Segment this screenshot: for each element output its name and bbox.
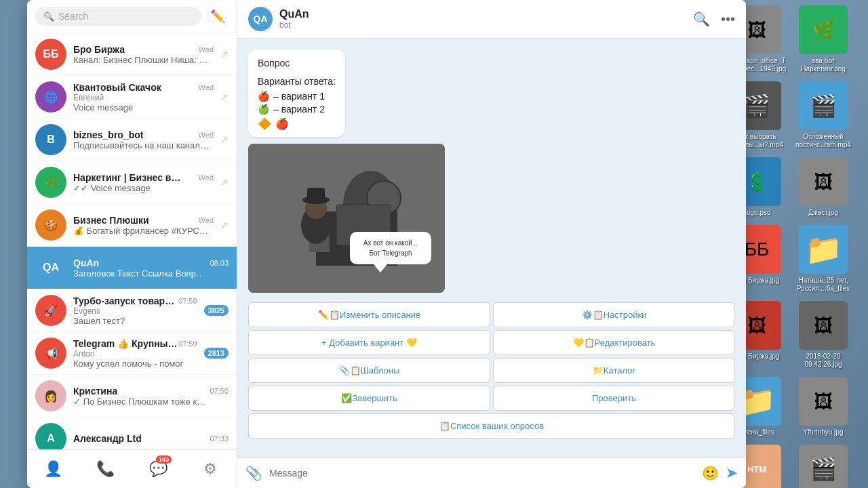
image-preview: 🖼 [799,157,848,206]
telegram-window: 🔍 Search ✏️ ББ Бро Биржа Wed Канал: Бизн… [27,0,746,488]
chat-item-alexandr[interactable]: А Александр Ltd 07:33 [27,418,237,449]
avatar-bro_birzha: ББ [35,39,66,70]
svg-rect-9 [307,188,325,201]
icon-img: 🖼 [799,157,848,206]
chat-preview-biznes_bot: Подписывайтесь на наш канал @secretship,… [73,140,209,150]
redirect-icon-kvant: ↗ [220,92,229,102]
vote-option-2: 🍏 – вариант 2 [258,104,336,115]
desktop-icon-______jpg[interactable]: 🖼 Джаст.jpg [793,157,854,217]
settings-nav[interactable]: ⚙ [197,455,224,483]
avatar-kristina: 👩 [35,380,66,411]
file-icon: HTM [745,462,769,477]
chat-time-quan: 08:03 [210,259,229,267]
chat-item-bro_birzha[interactable]: ББ Бро Биржа Wed Канал: Бизнес Плюшки Ни… [27,33,237,76]
chat-time-turbo: 07:59 [178,297,197,305]
chat-info-kristina: Кристина 07:50 ✓ По Бизнес Плюшкам тоже … [73,386,229,407]
desktop-icon-__________________png[interactable]: 🌿 ава бот Наркетинг.png [793,5,854,73]
icon-label: 2018-02-20 09.42.26.jpg [793,352,854,369]
chat-time-marketing: Wed [199,174,214,182]
chat-item-kristina[interactable]: 👩 Кристина 07:50 ✓ По Бизнес Плюшкам тож… [27,375,237,418]
btn-add-variant[interactable]: + Добавить вариант 💛 [248,330,490,355]
send-button[interactable]: ➤ [726,464,738,482]
checkmarks-kristina: ✓ [73,396,83,407]
chat-preview-turbo: Зашел тест? [73,316,197,326]
chat-badge-telegram_krupny: 2813 [204,348,229,359]
icon-label: Отложенный постинг...ram.mp4 [793,133,854,149]
vote-option-1: 🍎 – вариант 1 [258,91,336,102]
icon-img: 🎬 [799,445,848,488]
chat-item-kvant[interactable]: 🌐 Квантовый Скачок Wed Евгений Voice mes… [27,76,237,119]
avatar-marketing: 🌿 [35,167,66,198]
svg-text:Ах вот он какой ..: Ах вот он какой .. [363,239,418,247]
search-placeholder: Search [58,11,88,22]
chat-name-bro_birzha: Бро Биржа [73,44,125,55]
svg-rect-10 [350,232,431,264]
redirect-icon-bro_birzha: ↗ [220,49,229,60]
emoji-icon[interactable]: 🙂 [702,465,719,481]
question-text: Вопрос [258,56,336,70]
chat-subname-turbo: Evgenii [73,306,197,316]
desktop-icon-________25___________________files[interactable]: 📁 Наташа, 25 лет, Россия,...ба_files [793,225,854,293]
btn-edit-desc[interactable]: ✏️📋Изменить описание [248,302,490,327]
icon-img: 🎬 [799,81,848,130]
icon-img: 🌿 [799,5,848,54]
avatar-biznes_bot: B [35,124,66,155]
search-icon: 🔍 [43,12,54,22]
btn-list[interactable]: 📋Список ваших опросов [248,413,735,439]
btn-check[interactable]: Проверить [493,386,735,411]
chat-item-biznes_plushki[interactable]: 🍪 Бизнес Плюшки Wed 💰 Богатый фрилансер … [27,204,237,247]
checkmarks-marketing: ✓✓ [73,183,91,193]
icon-img: 📁 [799,225,848,274]
icon-label: Наташа, 25 лет, Россия,...ба_files [793,277,854,293]
chat-item-biznes_bot[interactable]: B biznes_bro_bot Wed Подписывайтесь на н… [27,119,237,161]
vote-icons-row: 🔶 🍎 [258,117,336,130]
btn-finish[interactable]: ✅Завершить [248,386,490,411]
chat-header-avatar: QA [248,7,273,31]
chat-item-quan[interactable]: QA QuAn 08:03 Заголовок Текст Ссылка Воп… [27,247,237,289]
chat-item-telegram_krupny[interactable]: 📢 Telegram 👍 Крупный... 07:59 Anton Кому… [27,332,237,375]
poll-image-svg: Ах вот он какой .. Бот Telegraph [248,144,445,293]
chat-header-name: QuAn [279,8,686,20]
chat-item-turbo[interactable]: 🚀 Турбо-запуск товарно... 07:59 Evgenii … [27,289,237,332]
avatar-turbo: 🚀 [35,295,66,326]
chat-list: ББ Бро Биржа Wed Канал: Бизнес Плюшки Ни… [27,33,237,449]
chat-name-alexandr: Александр Ltd [73,433,142,444]
avatar-quan: QA [35,252,66,283]
chat-subname-telegram_krupny: Anton [73,349,197,359]
chat-item-marketing[interactable]: 🌿 Наркетинг | Бизнес в Т... Wed ✓✓ Voice… [27,161,237,204]
desktop-icon-_____________________ram_mp4[interactable]: 🎬 Отложенный постинг...ram.mp4 [793,81,854,149]
desktop-icon-2018_02_20_09_42_26_jpg[interactable]: 🖼 2018-02-20 09.42.26.jpg [793,301,854,369]
chat-badge-turbo: 3825 [204,305,229,316]
chats-nav[interactable]: 💬 163 [144,455,172,483]
attach-icon[interactable]: 📎 [245,465,262,481]
svg-text:Бот Telegraph: Бот Telegraph [369,249,412,257]
redirect-icon-biznes_bot: ↗ [220,134,229,145]
nav-badge-chats-nav: 163 [156,455,172,464]
chat-info-telegram_krupny: Telegram 👍 Крупный... 07:59 Anton Кому у… [73,338,197,369]
chat-preview-bro_birzha: Канал: Бизнес Плюшки Ниша: #Бизнес Темат… [73,55,209,65]
btn-catalog[interactable]: 📁Каталог [493,358,735,383]
chat-info-kvant: Квантовый Скачок Wed Евгений Voice messa… [73,82,214,113]
chat-preview-telegram_krupny: Кому успел помочь - помог [73,359,197,369]
chat-preview-kristina: ✓ По Бизнес Плюшкам тоже кто-то писал, н… [73,396,209,407]
search-box[interactable]: 🔍 Search [35,7,201,26]
avatar-kvant: 🌐 [35,81,66,113]
desktop-icon-_________mp4[interactable]: 🎬 Телеграф.mp4 [793,445,854,488]
compose-button[interactable]: ✏️ [207,5,229,27]
vote-icon-small-1: 🔶 [258,117,271,130]
chat-name-kvant: Квантовый Скачок [73,82,161,93]
redirect-icon-biznes_plushki: ↗ [220,220,229,230]
calls-nav[interactable]: 📞 [92,455,119,483]
messages-area: Вопрос Варианты ответа: 🍎 – вариант 1 🍏 … [237,39,746,458]
chat-header: QA QuAn bot 🔍 ••• [237,0,746,39]
desktop-icon-yfhrtnbyu_jpg[interactable]: 🖼 Yfhrtnbyu.jpg [793,377,854,436]
chat-name-turbo: Турбо-запуск товарно... [73,296,178,306]
chat-name-biznes_bot: biznes_bro_bot [73,129,143,140]
search-chat-icon[interactable]: 🔍 [693,11,710,27]
btn-templates[interactable]: 📎📋Шаблоны [248,358,490,383]
btn-edit[interactable]: 💛📋Редактировать [493,330,735,355]
more-options-icon[interactable]: ••• [721,12,735,27]
message-input[interactable] [269,464,695,483]
btn-settings[interactable]: ⚙️📋Настройки [493,302,735,327]
profile-nav[interactable]: 👤 [40,455,67,483]
